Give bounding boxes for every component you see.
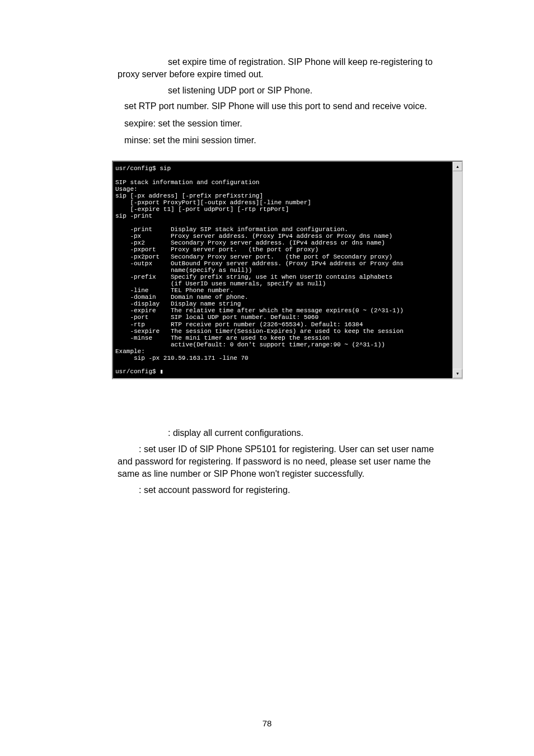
scrollbar[interactable]: ▲ ▼ [452, 162, 462, 378]
description-minse: minse: set the mini session timer. [118, 134, 444, 147]
scroll-down-button[interactable]: ▼ [453, 369, 462, 378]
page-number: 78 [0, 719, 534, 728]
chevron-up-icon: ▲ [456, 165, 460, 168]
bottom-description-list: : display all current configurations. : … [118, 427, 444, 496]
description-user-id: : set user ID of SIP Phone SP5101 for re… [118, 443, 444, 481]
description-sexpire: sexpire: set the session timer. [118, 118, 444, 130]
description-listening: set listening UDP port or SIP Phone. [118, 84, 444, 97]
description-password: : set account password for registering. [118, 484, 444, 496]
description-rtp: set RTP port number. SIP Phone will use … [118, 100, 444, 112]
description-expire: set expire time of registration. SIP Pho… [118, 56, 444, 81]
description-display-config: : display all current configurations. [118, 427, 444, 439]
chevron-down-icon: ▼ [456, 372, 460, 375]
terminal-window: usr/config$ sip SIP stack information an… [112, 161, 463, 379]
top-description-list: set expire time of registration. SIP Pho… [118, 56, 444, 147]
scroll-up-button[interactable]: ▲ [453, 162, 462, 171]
terminal-text: usr/config$ sip SIP stack information an… [115, 165, 460, 375]
